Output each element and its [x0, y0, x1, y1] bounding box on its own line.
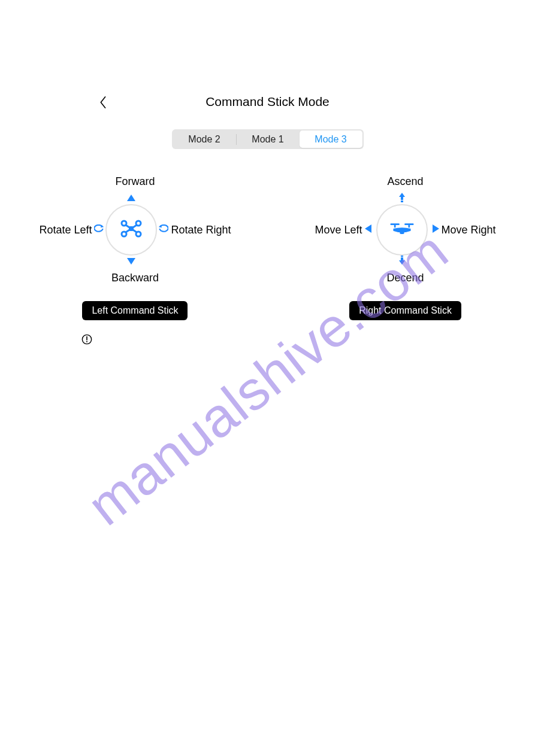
tab-mode-1[interactable]: Mode 1 [237, 130, 300, 148]
left-stick-right-label: Rotate Right [171, 224, 231, 236]
left-stick-mid-row: Rotate Left [39, 194, 231, 266]
svg-marker-11 [399, 193, 405, 200]
drone-top-icon [119, 218, 143, 241]
left-stick-pill: Left Command Stick [82, 301, 188, 320]
left-stick-bottom-label: Backward [111, 272, 159, 284]
right-stick-pill: Right Command Stick [349, 301, 461, 320]
ascend-arrow-icon [398, 193, 406, 205]
right-stick-right-label: Move Right [442, 224, 496, 236]
right-stick-bottom-label: Decend [387, 272, 424, 284]
right-stick-circle [376, 204, 428, 256]
svg-rect-19 [400, 231, 404, 234]
right-stick-mid-row: Move Left [315, 194, 496, 266]
page-title: Command Stick Mode [0, 95, 535, 109]
left-stick-left-label: Rotate Left [39, 224, 92, 236]
svg-rect-10 [129, 226, 134, 231]
arrow-left-icon [365, 224, 371, 235]
rotate-right-icon [158, 224, 168, 235]
arrow-right-icon [433, 224, 439, 235]
svg-rect-12 [401, 201, 403, 202]
right-stick-diagram: Ascend Move Left [315, 175, 496, 320]
descend-arrow-icon [398, 255, 406, 267]
right-stick-top-label: Ascend [388, 175, 424, 188]
warning-icon [81, 334, 92, 347]
back-button[interactable] [96, 96, 110, 110]
tab-mode-3[interactable]: Mode 3 [300, 130, 362, 148]
arrow-up-icon [127, 193, 135, 204]
left-stick-top-label: Forward [115, 175, 155, 188]
chevron-left-icon [99, 96, 107, 109]
right-stick-left-label: Move Left [315, 224, 362, 236]
left-stick-diagram: Forward Rotate Left [39, 175, 231, 320]
svg-marker-14 [399, 257, 405, 265]
stick-diagrams: Forward Rotate Left [0, 175, 535, 320]
drone-front-icon [390, 218, 414, 241]
left-stick-dial [95, 194, 167, 266]
arrow-down-icon [127, 256, 135, 267]
rotate-left-icon [94, 224, 105, 235]
mode-segmented-control: Mode 2 Mode 1 Mode 3 [172, 129, 364, 149]
tab-mode-2[interactable]: Mode 2 [173, 130, 236, 148]
header: Command Stick Mode Mode 2 Mode 1 Mode 3 [0, 0, 535, 149]
svg-point-22 [86, 341, 87, 342]
left-stick-circle [105, 204, 157, 256]
right-stick-dial [366, 194, 438, 266]
